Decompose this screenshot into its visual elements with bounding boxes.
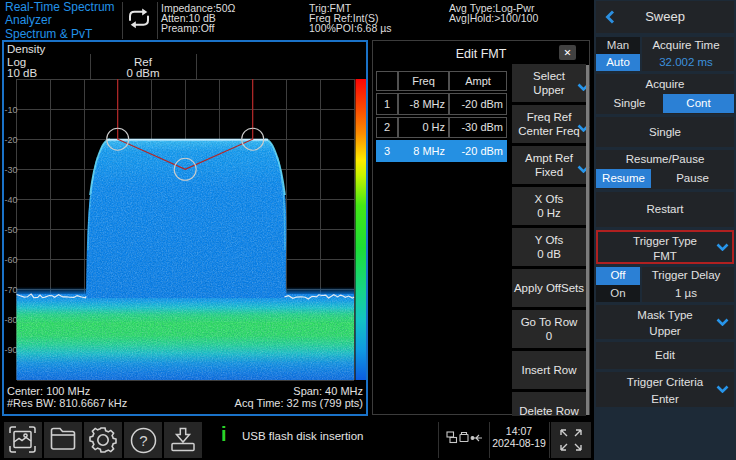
svg-text:-30: -30: [5, 165, 18, 175]
svg-text:?: ?: [139, 432, 147, 449]
svg-text:-50: -50: [5, 225, 18, 235]
svg-text:-80: -80: [5, 315, 18, 325]
svg-text:-20: -20: [5, 135, 18, 145]
svg-text:-70: -70: [5, 285, 18, 295]
svg-text:-40: -40: [5, 195, 18, 205]
svg-text:-90: -90: [5, 345, 18, 355]
svg-text:-10: -10: [5, 105, 18, 115]
svg-text:-60: -60: [5, 255, 18, 265]
